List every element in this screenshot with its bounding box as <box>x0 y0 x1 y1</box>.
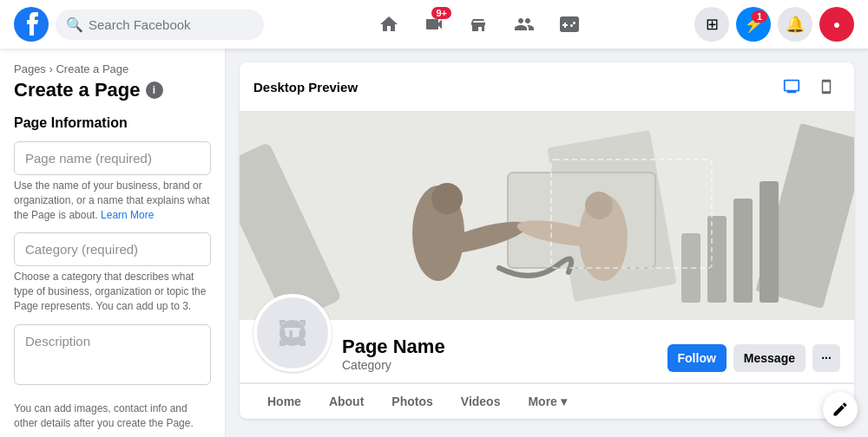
messenger-button[interactable]: ⚡ 1 <box>736 7 771 42</box>
page-title: Create a Page i <box>14 79 211 101</box>
svg-point-11 <box>431 183 463 214</box>
search-input[interactable] <box>89 17 253 32</box>
top-navigation: 🔍 9+ ⊞ ⚡ 1 🔔 ● <box>0 0 868 49</box>
description-input[interactable] <box>14 324 211 385</box>
main-layout: Pages › Create a Page Create a Page i Pa… <box>0 49 868 437</box>
preview-toggle <box>778 73 840 101</box>
more-options-button[interactable]: ··· <box>812 344 840 372</box>
messenger-badge: 1 <box>752 10 767 23</box>
nav-center: 9+ <box>368 3 590 45</box>
nav-right: ⊞ ⚡ 1 🔔 ● <box>694 7 854 42</box>
page-name-hint: Use the name of your business, brand or … <box>14 179 211 222</box>
svg-rect-8 <box>760 181 779 303</box>
section-title: Page Information <box>14 115 211 131</box>
home-nav-button[interactable] <box>368 3 410 45</box>
breadcrumb-create-page[interactable]: Create a Page <box>56 62 128 75</box>
svg-point-13 <box>585 192 613 219</box>
search-icon: 🔍 <box>66 16 83 33</box>
groups-nav-button[interactable] <box>503 3 545 45</box>
nav-left: 🔍 <box>14 7 264 42</box>
profile-category: Category <box>342 358 445 372</box>
breadcrumb: Pages › Create a Page <box>14 62 211 75</box>
field-note: You can add images, contact info and oth… <box>14 401 211 431</box>
edit-icon[interactable] <box>823 392 858 427</box>
preview-card: Desktop Preview <box>240 62 854 419</box>
grid-menu-button[interactable]: ⊞ <box>694 7 729 42</box>
sidebar: Pages › Create a Page Create a Page i Pa… <box>0 49 226 437</box>
nav-videos[interactable]: Videos <box>447 384 515 419</box>
svg-rect-6 <box>707 216 727 303</box>
gaming-nav-button[interactable] <box>549 3 590 45</box>
preview-area: Desktop Preview <box>226 49 868 437</box>
breadcrumb-pages[interactable]: Pages <box>14 62 46 75</box>
page-nav: Home About Photos Videos More ▾ <box>240 383 854 419</box>
nav-about[interactable]: About <box>315 384 378 419</box>
preview-title: Desktop Preview <box>253 80 358 95</box>
notifications-button[interactable]: 🔔 <box>778 7 812 42</box>
watch-badge: 9+ <box>431 7 451 19</box>
category-hint: Choose a category that describes what ty… <box>14 270 211 313</box>
nav-home[interactable]: Home <box>253 384 315 419</box>
preview-header: Desktop Preview <box>240 62 854 112</box>
nav-photos[interactable]: Photos <box>378 384 446 419</box>
info-icon[interactable]: i <box>146 82 163 99</box>
profile-picture <box>253 294 332 372</box>
search-bar[interactable]: 🔍 <box>56 10 264 40</box>
message-button[interactable]: Message <box>733 344 806 372</box>
learn-more-link[interactable]: Learn More <box>101 209 154 221</box>
account-button[interactable]: ● <box>819 7 854 42</box>
desktop-preview-button[interactable] <box>778 73 806 101</box>
svg-rect-7 <box>733 199 753 303</box>
cover-illustration <box>240 112 854 320</box>
profile-actions: Follow Message ··· <box>667 344 840 372</box>
profile-section: Page Name Category Follow Message ··· <box>240 320 854 383</box>
profile-info: Page Name Category <box>342 336 445 372</box>
page-name-input[interactable] <box>14 141 211 175</box>
profile-name: Page Name <box>342 336 445 358</box>
watch-nav-button[interactable]: 9+ <box>413 3 455 45</box>
cover-photo <box>240 112 854 320</box>
facebook-logo <box>14 7 49 42</box>
follow-button[interactable]: Follow <box>667 344 727 372</box>
category-input[interactable] <box>14 232 211 266</box>
mobile-preview-button[interactable] <box>812 73 840 101</box>
nav-more[interactable]: More ▾ <box>514 384 580 419</box>
marketplace-nav-button[interactable] <box>458 3 500 45</box>
